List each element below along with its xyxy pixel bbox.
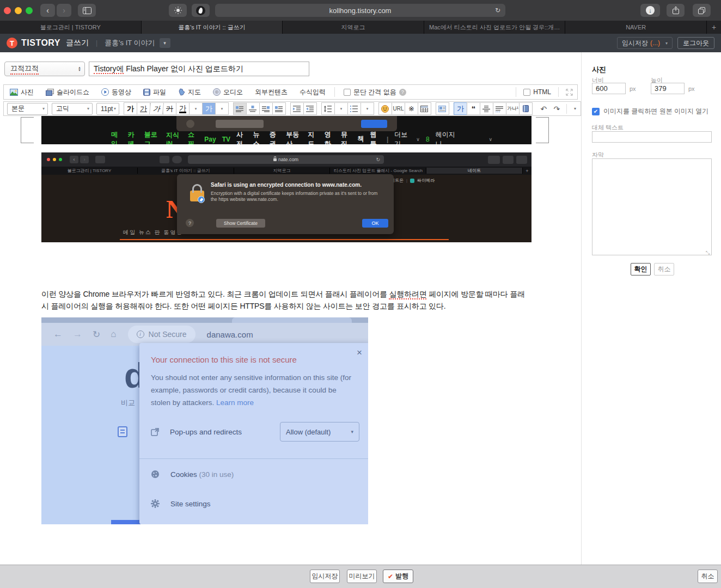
- dictionary-button[interactable]: [519, 102, 533, 115]
- embedded-image-safari-nate[interactable]: ‹ › nate.com ↻ 블로그관리 | TISTORY 콜홍's IT 이…: [41, 152, 531, 242]
- horizontal-rule-button[interactable]: [480, 102, 493, 115]
- font-color-menu-button[interactable]: ▾: [189, 102, 203, 115]
- dialog-help-button[interactable]: ?: [186, 219, 194, 227]
- tab-mac-upload[interactable]: Mac에서 티스토리 사진 업로드가 안될 경우::개…: [424, 21, 566, 34]
- table-button[interactable]: [418, 102, 431, 115]
- selection-handle[interactable]: [21, 130, 34, 143]
- naver-menu-item[interactable]: 사전: [236, 130, 247, 145]
- embedded-image-chrome-danawa[interactable]: ← → ↻ ⌂ i Not Secure danawa.com d 비교 × Y…: [41, 317, 368, 524]
- address-bar[interactable]: kollhong.tistory.com ↻: [215, 4, 505, 17]
- line-height-menu-button[interactable]: ▾: [334, 102, 348, 115]
- resize-grip-icon[interactable]: ⤡: [706, 250, 710, 256]
- category-select[interactable]: 끄적끄적 ▲ ▼: [4, 62, 85, 76]
- naver-menu-item[interactable]: Pay: [204, 136, 216, 143]
- share-button[interactable]: [667, 4, 685, 17]
- naver-menu-item[interactable]: 웹툰: [370, 130, 381, 145]
- insert-external-content-button[interactable]: 외부컨텐츠: [255, 88, 288, 97]
- align-justify-button[interactable]: [272, 102, 286, 115]
- toolbar-more-button[interactable]: ▾: [574, 106, 576, 111]
- embedded-image-naver[interactable]: 메일 카페 블로그 지식iN 쇼핑 Pay TV 사전 뉴스 증권 부동산 지도…: [41, 116, 531, 144]
- tab-blog-admin[interactable]: 블로그관리 | TISTORY: [0, 21, 142, 34]
- align-right-button[interactable]: [259, 102, 273, 115]
- paragraph-mark-button[interactable]: [493, 102, 506, 115]
- tab-overview-button[interactable]: [693, 4, 711, 17]
- font-color-button[interactable]: 가: [176, 102, 190, 115]
- help-icon[interactable]: ?: [399, 89, 406, 96]
- checked-checkbox[interactable]: ✔: [592, 108, 600, 115]
- bold-button[interactable]: 가: [124, 102, 137, 115]
- paragraph-style-select[interactable]: 본문▾: [7, 103, 48, 115]
- footer-cancel-button[interactable]: 취소: [698, 569, 718, 583]
- no-spacing-checkbox[interactable]: [344, 89, 351, 96]
- not-secure-chip[interactable]: i Not Secure: [128, 326, 195, 343]
- site-settings-row[interactable]: Site settings: [151, 499, 359, 508]
- close-window-button[interactable]: [4, 7, 11, 14]
- insert-video-button[interactable]: 동영상: [101, 88, 131, 97]
- editor-content-area[interactable]: 메일 카페 블로그 지식iN 쇼핑 Pay TV 사전 뉴스 증권 부동산 지도…: [0, 116, 581, 565]
- back-button[interactable]: ‹: [40, 4, 55, 17]
- naver-menu-item[interactable]: 뉴스: [253, 130, 263, 145]
- zoom-window-button[interactable]: [26, 7, 33, 14]
- blockquote-button[interactable]: “: [467, 102, 480, 115]
- naver-menu-item[interactable]: 블로그: [144, 130, 160, 145]
- height-input[interactable]: [651, 83, 685, 94]
- cookies-row[interactable]: Cookies (30 in use): [151, 470, 359, 479]
- indent-button[interactable]: [290, 102, 304, 115]
- new-tab-button[interactable]: +: [707, 21, 721, 34]
- naver-menu-item[interactable]: 지식iN: [166, 131, 182, 144]
- strikethrough-button[interactable]: 가: [163, 102, 176, 115]
- naver-user-name[interactable]: 헤이지니: [436, 130, 457, 145]
- naver-menu-item[interactable]: 영화: [325, 130, 335, 145]
- learn-more-link[interactable]: Learn more: [216, 399, 254, 407]
- logout-button[interactable]: 로그아웃: [677, 37, 714, 49]
- dark-reader-extension-button[interactable]: [169, 4, 187, 17]
- align-left-button[interactable]: [233, 102, 247, 115]
- list-menu-button[interactable]: ▾: [361, 102, 374, 115]
- reload-icon[interactable]: ↻: [495, 7, 500, 14]
- fullscreen-icon[interactable]: [566, 89, 573, 96]
- ok-button[interactable]: OK: [362, 219, 388, 228]
- chevron-icon[interactable]: ∨: [488, 137, 492, 142]
- naver-menu-item[interactable]: 쇼핑: [188, 130, 198, 145]
- close-icon[interactable]: ×: [357, 347, 362, 358]
- heading-button[interactable]: 가: [454, 102, 467, 115]
- footnote-button[interactable]: 가나¹: [506, 102, 520, 115]
- post-paragraph[interactable]: 이런 양상을 Chrome 브라우저가 빠르게 반영하고 있다. 최근 크롬이 …: [41, 288, 527, 312]
- naver-menu-item[interactable]: 메일: [111, 130, 121, 145]
- outdent-button[interactable]: [303, 102, 317, 115]
- publish-button[interactable]: ✔ 발행: [383, 569, 413, 583]
- forward-button[interactable]: ›: [57, 4, 71, 17]
- insert-photo-button[interactable]: 사진: [10, 88, 34, 97]
- naver-menu-item[interactable]: 책: [358, 134, 364, 144]
- adblock-extension-button[interactable]: [192, 4, 210, 17]
- insert-formula-button[interactable]: 수식입력: [300, 88, 326, 97]
- confirm-button[interactable]: 확인: [631, 263, 651, 275]
- preview-button[interactable]: 미리보기: [347, 569, 377, 583]
- font-select[interactable]: 고딕▾: [52, 103, 93, 115]
- save-draft-button[interactable]: 임시저장: [310, 569, 340, 583]
- naver-menu-item[interactable]: 카페: [127, 130, 138, 145]
- tab-locallog[interactable]: 지역로그: [283, 21, 424, 34]
- line-height-button[interactable]: [321, 102, 335, 115]
- image-layout-button[interactable]: [436, 102, 449, 115]
- list-button[interactable]: [347, 102, 361, 115]
- no-paragraph-spacing-option[interactable]: 문단 간격 없음 ?: [344, 88, 406, 97]
- undo-button[interactable]: ↶: [537, 102, 551, 115]
- cancel-button[interactable]: 취소: [654, 263, 674, 275]
- redo-button[interactable]: ↷: [550, 102, 564, 115]
- emoticon-button[interactable]: [378, 102, 392, 115]
- highlight-menu-button[interactable]: ▾: [215, 102, 229, 115]
- tistory-logo-text[interactable]: TISTORY: [21, 38, 60, 48]
- downloads-button[interactable]: ↓: [640, 4, 660, 17]
- link-button[interactable]: URL: [392, 102, 405, 115]
- caption-textarea[interactable]: [592, 158, 712, 255]
- naver-menu-item[interactable]: 부동산: [286, 130, 302, 145]
- selection-handle[interactable]: [21, 117, 34, 130]
- align-center-button[interactable]: [246, 102, 260, 115]
- highlight-button[interactable]: 가: [202, 102, 216, 115]
- blog-select-button[interactable]: ▾: [160, 38, 170, 48]
- selection-handle[interactable]: [536, 130, 549, 143]
- insert-file-button[interactable]: 파일: [143, 88, 166, 97]
- italic-button[interactable]: 가: [149, 102, 164, 115]
- width-input[interactable]: [592, 83, 626, 94]
